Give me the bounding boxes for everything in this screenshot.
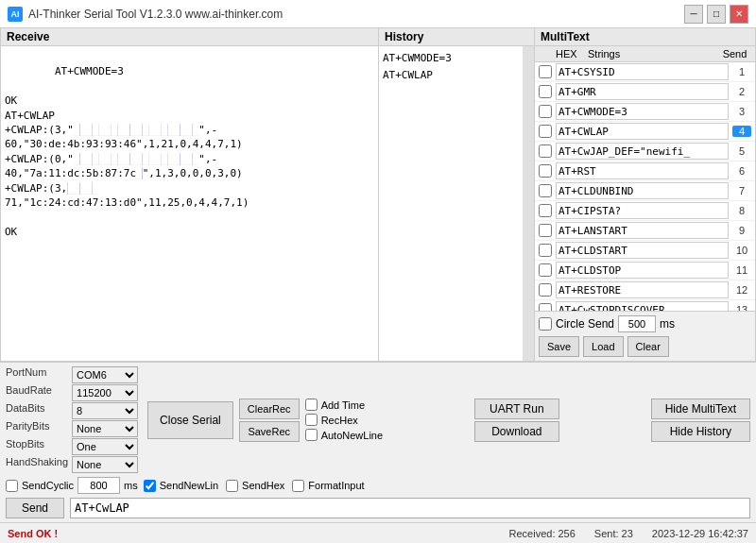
mt-row-input[interactable] bbox=[556, 83, 729, 100]
mt-row-num[interactable]: 2 bbox=[732, 86, 751, 97]
mt-row-input[interactable] bbox=[556, 103, 729, 120]
mt-row-input[interactable] bbox=[556, 162, 729, 179]
save-rec-button[interactable]: SaveRec bbox=[239, 421, 300, 442]
mt-row-checkbox[interactable] bbox=[539, 283, 552, 297]
mt-row-input[interactable] bbox=[556, 143, 729, 160]
rec-hex-row: RecHex bbox=[305, 414, 383, 426]
mt-row-checkbox[interactable] bbox=[539, 184, 552, 197]
sent-count: Sent: 23 bbox=[594, 528, 633, 539]
multitext-row: 12 bbox=[535, 280, 755, 300]
format-input-checkbox[interactable] bbox=[292, 480, 304, 492]
circle-send-checkbox[interactable] bbox=[539, 317, 552, 331]
parity-bits-label: ParityBits bbox=[6, 420, 68, 437]
data-bits-select[interactable]: 8 bbox=[72, 402, 138, 419]
multitext-header: MultiText bbox=[535, 28, 755, 46]
mt-row-checkbox[interactable] bbox=[539, 105, 552, 118]
parity-bits-select[interactable]: None bbox=[72, 420, 138, 437]
auto-newline-row: AutoNewLine bbox=[305, 429, 383, 441]
circle-send-label: Circle Send bbox=[556, 317, 614, 331]
auto-newline-checkbox[interactable] bbox=[305, 429, 318, 441]
send-cyclic-checkbox[interactable] bbox=[6, 480, 18, 492]
send-button[interactable]: Send bbox=[6, 498, 64, 518]
title-bar-left: AI AI-Thinker Serial Tool V1.2.3.0 www.a… bbox=[8, 7, 283, 22]
history-header: History bbox=[379, 28, 534, 46]
port-settings: PortNum COM6 BaudRate 115200 DataBits 8 … bbox=[6, 366, 138, 473]
baud-rate-select[interactable]: 115200 bbox=[72, 384, 138, 401]
load-button[interactable]: Load bbox=[583, 336, 623, 357]
mt-row-num[interactable]: 11 bbox=[732, 264, 751, 276]
mt-row-num[interactable]: 6 bbox=[732, 165, 751, 177]
close-button[interactable]: ✕ bbox=[730, 5, 748, 24]
baud-rate-label: BaudRate bbox=[6, 384, 68, 401]
mt-row-input[interactable] bbox=[556, 202, 729, 219]
save-button[interactable]: Save bbox=[539, 336, 579, 357]
mt-row-num[interactable]: 7 bbox=[732, 185, 751, 196]
datetime: 2023-12-29 16:42:37 bbox=[652, 528, 748, 539]
mt-row-input[interactable] bbox=[556, 63, 729, 80]
auto-newline-label: AutoNewLine bbox=[321, 430, 383, 441]
mt-row-checkbox[interactable] bbox=[539, 303, 552, 311]
add-time-row: Add Time bbox=[305, 399, 383, 411]
send-hex-checkbox[interactable] bbox=[226, 480, 238, 492]
history-item[interactable]: AT+CWMODE=3 bbox=[383, 50, 519, 67]
title-bar: AI AI-Thinker Serial Tool V1.2.3.0 www.a… bbox=[0, 0, 756, 28]
connect-button[interactable]: Close Serial bbox=[147, 401, 233, 439]
send-newline-checkbox[interactable] bbox=[144, 480, 156, 492]
hide-history-button[interactable]: Hide History bbox=[651, 421, 750, 442]
download-button[interactable]: Download bbox=[474, 421, 559, 442]
clear-rec-button[interactable]: ClearRec bbox=[239, 399, 300, 419]
handshaking-select[interactable]: None bbox=[72, 456, 138, 473]
circle-send-row: Circle Send ms bbox=[539, 315, 751, 332]
mt-row-checkbox[interactable] bbox=[539, 244, 552, 257]
history-item[interactable]: AT+CWLAP bbox=[383, 67, 519, 84]
send-ok-status: Send OK ! bbox=[8, 528, 58, 539]
circle-send-value[interactable] bbox=[618, 315, 656, 332]
mt-row-checkbox[interactable] bbox=[539, 204, 552, 217]
send-cyclic-ms[interactable] bbox=[77, 477, 120, 494]
title-bar-controls: ─ □ ✕ bbox=[684, 5, 748, 24]
clearrec-saverec: ClearRec SaveRec bbox=[239, 399, 300, 442]
mt-row-num[interactable]: 10 bbox=[732, 245, 751, 256]
mt-row-input[interactable] bbox=[556, 281, 729, 298]
mt-row-input[interactable] bbox=[556, 123, 729, 140]
mt-row-num[interactable]: 1 bbox=[732, 66, 751, 77]
mt-row-checkbox[interactable] bbox=[539, 125, 552, 138]
mt-row-checkbox[interactable] bbox=[539, 65, 552, 78]
hide-multitext-button[interactable]: Hide MultiText bbox=[651, 399, 750, 419]
data-bits-label: DataBits bbox=[6, 402, 68, 419]
send-text-input[interactable] bbox=[70, 498, 750, 518]
rec-hex-checkbox[interactable] bbox=[305, 414, 318, 426]
port-num-select[interactable]: COM6 bbox=[72, 366, 138, 383]
rec-hex-label: RecHex bbox=[321, 415, 358, 426]
mt-row-num[interactable]: 8 bbox=[732, 205, 751, 216]
mt-row-num[interactable]: 4 bbox=[732, 126, 751, 137]
maximize-button[interactable]: □ bbox=[707, 5, 726, 24]
mt-row-num[interactable]: 3 bbox=[732, 106, 751, 117]
mt-row-checkbox[interactable] bbox=[539, 224, 552, 237]
multitext-row: 6 bbox=[535, 161, 755, 181]
main-content: Receive AT+CWMODE=3 OK AT+CWLAP +CWLAP:(… bbox=[0, 28, 756, 522]
mt-row-num[interactable]: 9 bbox=[732, 225, 751, 236]
clear-button[interactable]: Clear bbox=[627, 336, 669, 357]
send-hex-row: SendHex bbox=[226, 480, 284, 492]
mt-row-num[interactable]: 13 bbox=[732, 304, 751, 311]
stop-bits-select[interactable]: One bbox=[72, 438, 138, 455]
minimize-button[interactable]: ─ bbox=[684, 5, 703, 24]
history-scrollbar[interactable] bbox=[523, 46, 534, 361]
mt-row-input[interactable] bbox=[556, 242, 729, 259]
add-time-checkbox[interactable] bbox=[305, 399, 318, 411]
mt-row-num[interactable]: 5 bbox=[732, 145, 751, 157]
uart-run-button[interactable]: UART Run bbox=[474, 399, 559, 419]
mt-row-input[interactable] bbox=[556, 182, 729, 199]
mt-row-checkbox[interactable] bbox=[539, 263, 552, 277]
multitext-row: 3 bbox=[535, 102, 755, 122]
format-input-row: FormatInput bbox=[292, 480, 364, 492]
mt-row-checkbox[interactable] bbox=[539, 85, 552, 98]
mt-row-input[interactable] bbox=[556, 301, 729, 311]
mt-row-checkbox[interactable] bbox=[539, 164, 552, 178]
mt-row-input[interactable] bbox=[556, 222, 729, 239]
send-newline-label: SendNewLin bbox=[160, 480, 218, 491]
mt-row-input[interactable] bbox=[556, 262, 729, 279]
mt-row-checkbox[interactable] bbox=[539, 144, 552, 158]
mt-row-num[interactable]: 12 bbox=[732, 284, 751, 296]
